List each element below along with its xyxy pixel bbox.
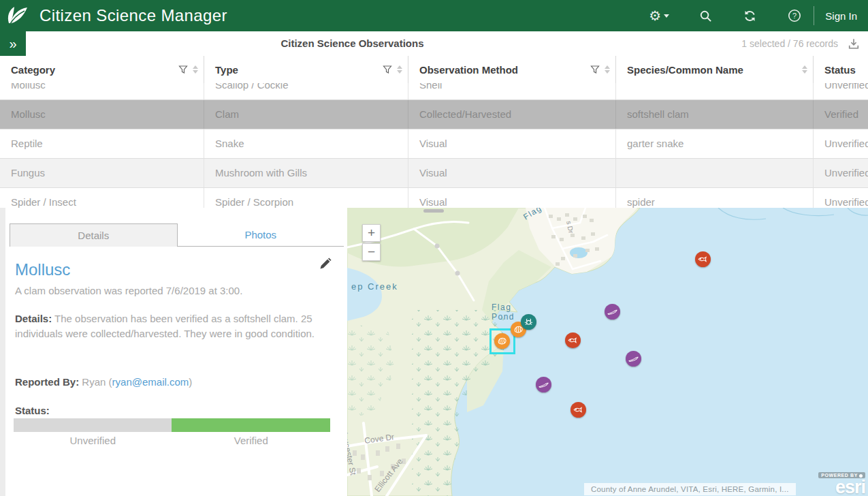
crab-marker[interactable] (521, 314, 536, 330)
observation-summary: A clam observation was reported 7/6/2019… (15, 285, 242, 296)
help-button[interactable]: ? (788, 9, 801, 22)
column-header-status[interactable]: Status (814, 56, 868, 83)
column-header-category[interactable]: Category (0, 56, 204, 83)
fish-marker[interactable] (695, 251, 711, 267)
app-window: Citizen Science Manager ⚙ (0, 0, 868, 496)
column-header-type[interactable]: Type (204, 56, 408, 83)
details-tab-bar: Details Photos (10, 223, 344, 247)
table-header-row: Category Type Observation Method Species… (0, 56, 868, 84)
status-bar-unverified-segment (14, 418, 172, 432)
clam-icon (496, 335, 508, 347)
gar-icon (538, 379, 549, 390)
fish-icon (573, 404, 584, 416)
zoom-in-button[interactable]: + (362, 224, 381, 242)
app-header: Citizen Science Manager ⚙ (0, 0, 868, 31)
help-icon: ? (788, 9, 801, 22)
clam-marker-selected[interactable] (494, 333, 510, 349)
status-bar (14, 418, 330, 432)
svg-text:?: ? (792, 12, 797, 20)
column-header-species[interactable]: Species/Common Name (616, 56, 814, 83)
map-zoom-controls: + − (362, 224, 381, 261)
sign-in-button[interactable]: Sign In (825, 10, 857, 22)
details-text: The observation has been verified as a s… (15, 313, 315, 339)
edit-button[interactable] (319, 257, 332, 270)
esri-logo: POWERED BY esri (818, 467, 865, 495)
table-body: Mollusc Scallop / Cockle Shell Unverifie… (0, 83, 868, 208)
pencil-icon (319, 257, 332, 270)
observation-details: Details: The observation has been verifi… (15, 311, 327, 341)
fish-marker[interactable] (570, 402, 586, 418)
leaf-logo-icon (5, 5, 30, 27)
table-row[interactable]: Spider / Insect Spider / Scorpion Visual… (0, 188, 868, 208)
zoom-out-button[interactable]: − (362, 243, 381, 261)
status-label: Status: (15, 405, 50, 416)
expand-panel-button[interactable]: » (0, 31, 26, 56)
app-title: Citizen Science Manager (39, 6, 227, 25)
table-panel-title: Citizen Science Observations (27, 31, 677, 56)
gar-marker[interactable] (605, 304, 620, 320)
tab-photos[interactable]: Photos (178, 223, 344, 247)
export-button[interactable] (848, 37, 860, 50)
table-row-clipped[interactable]: Mollusc Scallop / Cockle Shell Unverifie… (0, 83, 868, 100)
filter-icon[interactable] (178, 65, 188, 74)
status-bar-labels: Unverified Verified (14, 435, 330, 446)
status-bar-verified-segment (172, 418, 330, 432)
gar-marker[interactable] (626, 351, 641, 367)
filter-icon[interactable] (590, 65, 600, 74)
search-icon (699, 10, 712, 22)
gar-icon (628, 353, 639, 365)
refresh-button[interactable] (743, 10, 756, 22)
sort-icon[interactable] (802, 65, 807, 74)
details-label: Details: (15, 313, 52, 324)
filter-icon[interactable] (383, 65, 392, 74)
gear-icon: ⚙ (649, 9, 661, 22)
observation-category-title: Mollusc (15, 260, 70, 279)
fish-marker[interactable] (565, 332, 581, 348)
settings-menu-button[interactable]: ⚙ (649, 9, 669, 22)
details-panel: Details Photos Mollusc A clam observatio… (5, 208, 347, 496)
fish-icon (567, 335, 579, 346)
table-row[interactable]: Fungus Mushroom with Gills Visual Unveri… (0, 159, 868, 188)
gar-marker[interactable] (536, 377, 551, 392)
sort-icon[interactable] (605, 65, 610, 74)
tab-details[interactable]: Details (10, 223, 178, 247)
double-chevron-right-icon: » (9, 36, 16, 52)
map-markers-layer (347, 208, 868, 496)
esri-wordmark: esri (818, 480, 865, 495)
sort-icon[interactable] (193, 65, 198, 74)
reported-by: Reported By: Ryan (ryan@email.com) (15, 376, 192, 388)
fish-icon (697, 253, 709, 265)
chevron-down-icon (664, 14, 669, 18)
header-divider (814, 6, 814, 25)
gar-icon (607, 306, 618, 317)
crab-icon (523, 316, 534, 328)
map-attribution: County of Anne Arundel, VITA, Esri, HERE… (584, 483, 796, 495)
table-toolbar: » Citizen Science Observations 1 selecte… (0, 31, 868, 57)
status-verified-label: Verified (172, 435, 331, 446)
map-canvas[interactable]: ep Creek Flag s Dr Flag Pond Cove Dr Ell… (347, 208, 868, 496)
reporter-email-link[interactable]: ryan@email.com (112, 376, 189, 388)
sort-icon[interactable] (397, 65, 402, 74)
status-unverified-label: Unverified (14, 435, 172, 446)
refresh-icon (743, 10, 756, 22)
table-row-selected[interactable]: Mollusc Clam Collected/Harvested softshe… (0, 100, 868, 129)
column-header-observation-method[interactable]: Observation Method (408, 56, 616, 83)
download-icon (848, 37, 860, 50)
selection-summary: 1 selected / 76 records (741, 31, 838, 56)
reported-by-label: Reported By: (15, 376, 79, 388)
search-button[interactable] (699, 10, 712, 22)
table-row[interactable]: Reptile Snake Visual garter snake Unveri… (0, 129, 868, 159)
